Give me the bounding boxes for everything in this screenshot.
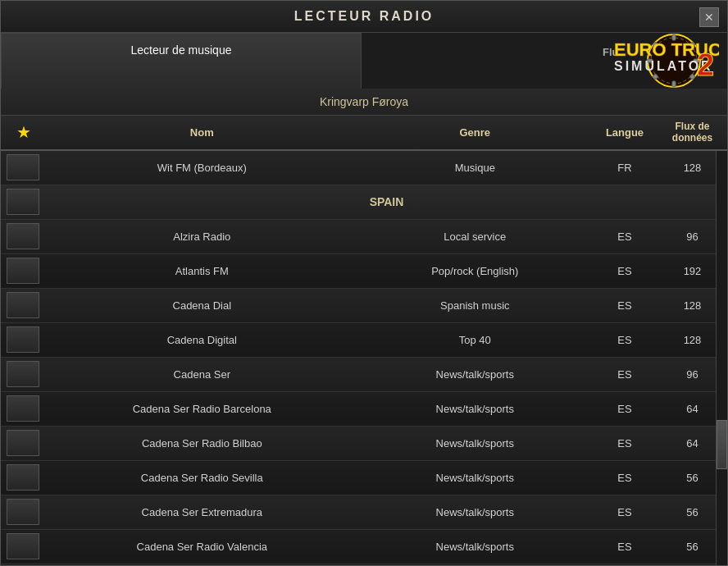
row-fav-btn[interactable]: [7, 154, 39, 180]
col-flux-header: Flux de données: [657, 121, 727, 144]
table-row[interactable]: Cadena Ser Radio Bilbao News/talk/sports…: [1, 427, 727, 461]
row-genre: Top 40: [358, 334, 592, 346]
ets2-logo: Flu EURO TRUCK SIMULATOR 2: [547, 33, 719, 89]
row-langue: ES: [592, 437, 657, 450]
row-fav-btn[interactable]: [7, 395, 39, 422]
row-fav-btn[interactable]: [7, 258, 39, 284]
row-genre: News/talk/sports: [358, 541, 592, 553]
table-row[interactable]: Cadena Ser Radio Valencia News/talk/spor…: [1, 530, 727, 564]
scrollbar-thumb[interactable]: [717, 420, 727, 469]
row-langue: ES: [592, 231, 657, 243]
tabs-row: Lecteur de musique: [1, 33, 727, 89]
row-station-name: Cadena Ser Extremadura: [46, 506, 358, 518]
star-icon: ★: [16, 123, 31, 141]
row-station-name: Cadena Digital: [46, 334, 358, 346]
table-row[interactable]: Cadena Ser Radio Sevilla News/talk/sport…: [1, 461, 727, 495]
table-row[interactable]: Cadena Ser News/talk/sports ES 96: [1, 358, 727, 392]
row-langue: ES: [592, 506, 657, 518]
col-nom-header: Nom: [46, 126, 358, 139]
row-genre: Pop/rock (English): [358, 265, 592, 277]
row-langue: ES: [592, 472, 657, 484]
row-station-name: Cadena Ser Radio Bilbao: [46, 437, 358, 450]
tab-right-area: Flu EURO TRUCK SIMULATOR 2: [362, 33, 727, 89]
row-station-name: Cadena Dial: [46, 299, 358, 312]
col-genre-header: Genre: [358, 126, 592, 139]
row-genre: News/talk/sports: [358, 472, 592, 484]
row-station-name: Cadena Ser Radio Barcelona: [46, 403, 358, 415]
row-fav-btn[interactable]: [7, 292, 39, 318]
row-langue: ES: [592, 541, 657, 553]
svg-text:2: 2: [697, 48, 714, 82]
section-label: SPAIN: [46, 195, 727, 208]
row-station-name: Alzira Radio: [46, 231, 358, 243]
row-genre: Local service: [358, 231, 592, 243]
table-body: Wit FM (Bordeaux) Musique FR 128 SPAIN A…: [1, 151, 727, 565]
close-button[interactable]: ✕: [699, 7, 719, 27]
row-genre: Spanish music: [358, 299, 592, 312]
table-row[interactable]: Cadena Dial Spanish music ES 128: [1, 289, 727, 323]
radio-player-window: LECTEUR RADIO ✕ Lecteur de musique: [0, 0, 728, 566]
row-langue: ES: [592, 334, 657, 346]
table-row[interactable]: Wit FM (Bordeaux) Musique FR 128: [1, 151, 727, 185]
row-langue: ES: [592, 368, 657, 381]
row-fav-btn[interactable]: [7, 361, 39, 387]
row-fav-btn[interactable]: [7, 189, 39, 215]
table-row[interactable]: Cadena Ser Extremadura News/talk/sports …: [1, 495, 727, 530]
table-row[interactable]: Alzira Radio Local service ES 96: [1, 220, 727, 254]
table-row[interactable]: SPAIN: [1, 185, 727, 220]
table-row[interactable]: Cadena Ser Radio Barcelona News/talk/spo…: [1, 392, 727, 427]
active-station: Kringvarp Føroya: [1, 89, 727, 116]
row-fav-btn[interactable]: [7, 326, 39, 353]
row-station-name: Cadena Ser Radio Sevilla: [46, 472, 358, 484]
row-genre: News/talk/sports: [358, 368, 592, 381]
row-genre: News/talk/sports: [358, 437, 592, 450]
col-fav-header: ★: [1, 122, 46, 142]
row-genre: Musique: [358, 162, 592, 174]
row-fav-btn[interactable]: [7, 533, 39, 559]
table-row[interactable]: Atlantis FM Pop/rock (English) ES 192: [1, 254, 727, 289]
row-langue: ES: [592, 265, 657, 277]
tab-music-player[interactable]: Lecteur de musique: [1, 33, 362, 89]
row-fav-btn[interactable]: [7, 223, 39, 249]
row-genre: News/talk/sports: [358, 403, 592, 415]
row-station-name: Wit FM (Bordeaux): [46, 162, 358, 174]
row-station-name: Atlantis FM: [46, 265, 358, 277]
window-title: LECTEUR RADIO: [294, 9, 435, 24]
row-langue: ES: [592, 299, 657, 312]
table-row[interactable]: Cadena Digital Top 40 ES 128: [1, 323, 727, 358]
row-genre: News/talk/sports: [358, 506, 592, 518]
row-langue: FR: [592, 162, 657, 174]
row-station-name: Cadena Ser Radio Valencia: [46, 541, 358, 553]
row-fav-btn[interactable]: [7, 464, 39, 491]
col-langue-header: Langue: [592, 126, 657, 139]
svg-rect-3: [672, 81, 676, 87]
scrollbar[interactable]: [716, 151, 727, 565]
title-bar: LECTEUR RADIO ✕: [1, 1, 727, 33]
row-langue: ES: [592, 403, 657, 415]
row-station-name: Cadena Ser: [46, 368, 358, 381]
row-fav-btn[interactable]: [7, 430, 39, 456]
table-header: ★ Nom Genre Langue Flux de données: [1, 116, 727, 151]
row-fav-btn[interactable]: [7, 499, 39, 525]
